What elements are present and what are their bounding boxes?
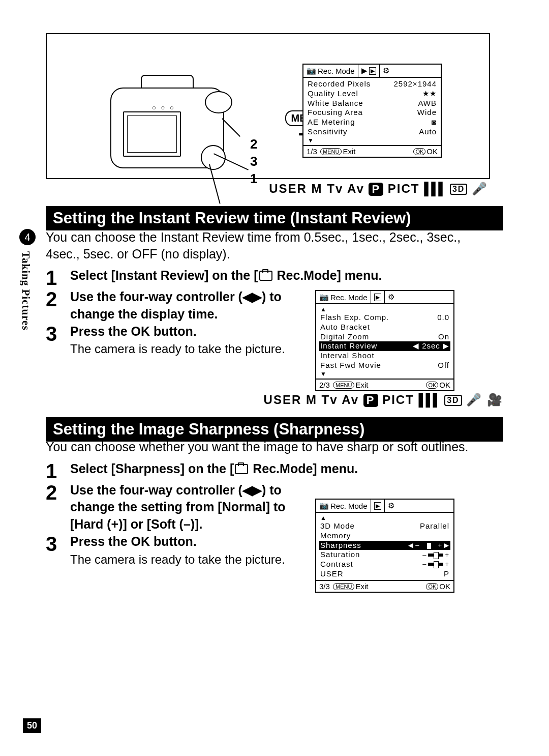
tab-rec-mode: 📷 Rec. Mode bbox=[316, 500, 371, 512]
menu-tabs: 📷 Rec. Mode ▶ ⚙ bbox=[316, 291, 453, 304]
menu-row: SensitivityAuto bbox=[308, 127, 437, 137]
step-text-end: Rec.Mode] menu. bbox=[273, 268, 382, 282]
step-1: 1 Select [Instant Review] on the [ Rec.M… bbox=[46, 267, 489, 288]
menu-row: Fast Fwd MovieOff bbox=[320, 361, 449, 370]
footer-ok-label: OK bbox=[426, 147, 438, 156]
footer-ok: OKOK bbox=[426, 582, 450, 591]
step-text-start: Select [Sharpness] on the [ bbox=[70, 461, 234, 476]
camera-icon bbox=[259, 271, 272, 281]
setup-icon: ⚙ bbox=[388, 501, 394, 510]
row-value: On bbox=[438, 332, 449, 342]
tab-setup: ⚙ bbox=[385, 291, 398, 303]
menu-footer: 2/3 MENUExit OKOK bbox=[316, 379, 453, 390]
row-label: AE Metering bbox=[308, 118, 355, 127]
footer-ok-label: OK bbox=[439, 381, 450, 389]
step-1: 1 Select [Sharpness] on the [ Rec.Mode] … bbox=[46, 460, 489, 482]
3d-mode-icon: 3D bbox=[444, 395, 462, 406]
menu-row: Focusing AreaWide bbox=[308, 108, 437, 118]
footer-exit-label: Exit bbox=[343, 147, 355, 156]
tab-rec-mode-label: Rec. Mode bbox=[318, 67, 355, 75]
row-label: Interval Shoot bbox=[320, 351, 375, 361]
menu-tabs: 📷 Rec. Mode ▶▶ ⚙ bbox=[303, 65, 441, 78]
menu-row: Flash Exp. Comp.0.0 bbox=[320, 313, 449, 323]
row-label: Sensitivity bbox=[308, 127, 348, 137]
slider-control: ◀–+▶ bbox=[408, 541, 449, 550]
callout-3: 3 bbox=[250, 153, 257, 170]
tab-rec-mode-label: Rec. Mode bbox=[330, 502, 368, 510]
menu-footer: 3/3 MENUExit OKOK bbox=[316, 580, 453, 592]
step-number: 1 bbox=[46, 267, 70, 288]
row-label: Focusing Area bbox=[308, 108, 363, 118]
movie-mode-icon: ▌▌▌ bbox=[424, 182, 445, 195]
right-arrow-icon: ▶ bbox=[444, 541, 449, 549]
menu-footer: 1/3 MENUExit OKOK bbox=[303, 145, 441, 157]
slider-control: –+ bbox=[422, 560, 449, 569]
step-number: 1 bbox=[46, 460, 70, 482]
row-label: Sharpness bbox=[320, 541, 361, 550]
right-arrow-icon: ▶ bbox=[443, 341, 449, 350]
menu-tabs: 📷 Rec. Mode ▶ ⚙ bbox=[316, 500, 453, 513]
menu-row: AE Metering◙ bbox=[308, 118, 437, 127]
mode-strip-text: USER M Tv Av bbox=[269, 182, 364, 195]
section-header-sharpness: Setting the Image Sharpness (Sharpness) bbox=[46, 417, 503, 442]
menu-row: Recorded Pixels2592×1944 bbox=[308, 79, 437, 89]
playback-box-icon: ▶ bbox=[369, 67, 376, 75]
mode-dial-strip-2: USER M Tv Av P PICT ▌▌▌ 3D 🎤 🎥 bbox=[0, 393, 549, 407]
voice-mode-icon: 🎤 bbox=[466, 393, 482, 406]
menu-row: Digital ZoomOn bbox=[320, 332, 449, 342]
row-label: Instant Review bbox=[320, 341, 377, 351]
camera-icon: 📷 bbox=[319, 293, 329, 302]
up-arrow-icon: ▲ bbox=[320, 306, 449, 313]
step-number: 3 bbox=[46, 533, 70, 555]
row-value: 2sec bbox=[422, 341, 440, 350]
ok-badge-icon: OK bbox=[426, 583, 438, 590]
row-value: Parallel bbox=[420, 521, 449, 531]
footer-ok-label: OK bbox=[439, 582, 450, 591]
rec-mode-menu-1: 📷 Rec. Mode ▶▶ ⚙ Recorded Pixels2592×194… bbox=[302, 64, 442, 158]
step-text: Select [Instant Review] on the [ Rec.Mod… bbox=[70, 267, 489, 284]
footer-page: 3/3 bbox=[319, 582, 330, 591]
tab-rec-mode-label: Rec. Mode bbox=[330, 293, 368, 302]
row-label: White Balance bbox=[308, 99, 363, 108]
pict-mode-label: PICT bbox=[388, 182, 420, 195]
p-mode-icon: P bbox=[369, 183, 383, 196]
section-header-instant-review: Setting the Instant Review time (Instant… bbox=[46, 206, 503, 230]
menu-row-highlighted: Sharpness◀–+▶ bbox=[319, 541, 450, 550]
voice-mode-icon: 🎤 bbox=[472, 182, 488, 195]
menu-row: Interval Shoot bbox=[320, 351, 449, 361]
row-value: AWB bbox=[418, 99, 437, 108]
menu-row: Memory bbox=[320, 531, 449, 541]
playback-box-icon: ▶ bbox=[374, 502, 381, 510]
row-label: Memory bbox=[320, 531, 351, 541]
tab-rec-mode: 📷 Rec. Mode bbox=[303, 65, 358, 77]
rec-mode-menu-2: 📷 Rec. Mode ▶ ⚙ ▲ Flash Exp. Comp.0.0 Au… bbox=[315, 290, 454, 391]
row-label: Fast Fwd Movie bbox=[320, 361, 381, 370]
slider-control: –+ bbox=[422, 550, 449, 560]
row-label: Digital Zoom bbox=[320, 332, 369, 342]
callout-2: 2 bbox=[250, 136, 257, 153]
section-1-intro: You can choose the Instant Review time f… bbox=[46, 229, 489, 262]
camera-icon: 📷 bbox=[319, 501, 329, 510]
ok-badge-icon: OK bbox=[426, 382, 438, 389]
left-arrow-icon: ◀ bbox=[413, 341, 419, 350]
menu-row: Saturation–+ bbox=[320, 550, 449, 560]
footer-page-exit: 1/3 MENUExit bbox=[307, 147, 355, 156]
setup-icon: ⚙ bbox=[383, 66, 389, 75]
menu-body: ▲ Flash Exp. Comp.0.0 Auto Bracket Digit… bbox=[316, 304, 453, 379]
row-label: 3D Mode bbox=[320, 521, 355, 531]
row-value: Off bbox=[438, 361, 449, 370]
menu-row: White BalanceAWB bbox=[308, 99, 437, 108]
mode-strip-text: USER M Tv Av bbox=[264, 393, 359, 406]
row-value: Wide bbox=[417, 108, 437, 118]
step-number: 2 bbox=[46, 482, 70, 503]
menu-row: Contrast–+ bbox=[320, 560, 449, 569]
menu-row: 3D ModeParallel bbox=[320, 521, 449, 531]
footer-ok: OKOK bbox=[426, 381, 450, 389]
row-value: ★★ bbox=[422, 89, 437, 99]
down-arrow-icon: ▼ bbox=[320, 370, 449, 377]
menu-row: USERP bbox=[320, 569, 449, 579]
step-number: 3 bbox=[46, 323, 70, 344]
movie-camera-icon: 🎥 bbox=[487, 393, 503, 406]
tab-playback: ▶ bbox=[371, 291, 385, 303]
tab-setup: ⚙ bbox=[380, 65, 392, 77]
